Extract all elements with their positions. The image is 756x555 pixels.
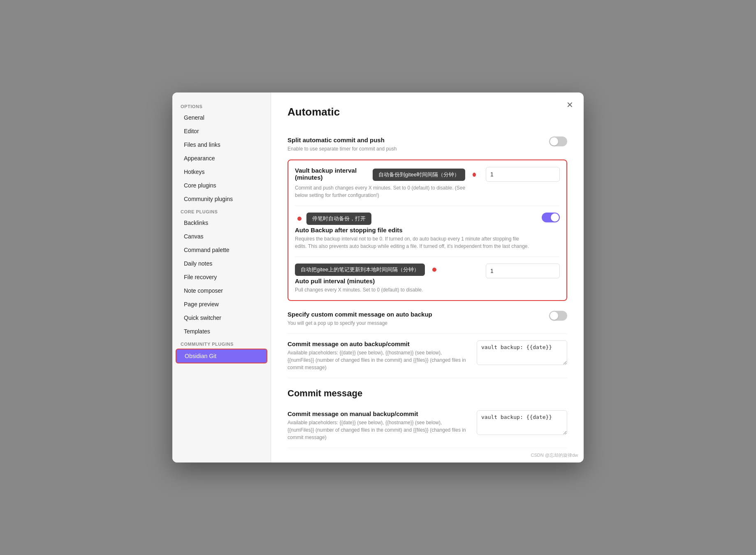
auto-pull-input[interactable] xyxy=(486,264,560,278)
sidebar-item-hotkeys[interactable]: Hotkeys xyxy=(176,165,267,178)
custom-commit-message-row: Specify custom commit message on auto ba… xyxy=(288,304,567,334)
sidebar-item-quick-switcher[interactable]: Quick switcher xyxy=(176,311,267,324)
commit-message-manual-name: Commit message on manual backup/commit xyxy=(288,410,467,417)
auto-pull-name: Auto pull interval (minutes) xyxy=(295,278,476,284)
commit-message-manual-desc: Available placeholders: {{date}} (see be… xyxy=(288,419,467,441)
close-button[interactable]: ✕ xyxy=(564,99,575,111)
vault-backup-control xyxy=(486,167,560,182)
sidebar-item-daily-notes[interactable]: Daily notes xyxy=(176,257,267,270)
auto-backup-toggle[interactable] xyxy=(542,213,560,222)
toggle-knob xyxy=(550,137,558,146)
custom-commit-message-toggle[interactable] xyxy=(549,311,567,321)
vault-backup-info: Vault backup interval (minutes) 自动备份到git… xyxy=(295,167,476,199)
toggle-knob xyxy=(550,312,558,320)
core-plugins-section-label: Core plugins xyxy=(172,206,271,216)
red-box-section: Vault backup interval (minutes) 自动备份到git… xyxy=(288,160,567,301)
vault-backup-desc: Commit and push changes every X minutes.… xyxy=(295,184,476,199)
sidebar-item-core-plugins[interactable]: Core plugins xyxy=(176,179,267,192)
auto-pull-dot xyxy=(432,268,436,272)
settings-modal: Options General Editor Files and links A… xyxy=(172,92,584,462)
sidebar-item-backlinks[interactable]: Backlinks xyxy=(176,216,267,229)
watermark: CSDN @忘却的旋律dw xyxy=(531,452,578,458)
sidebar-item-file-recovery[interactable]: File recovery xyxy=(176,271,267,284)
auto-backup-info: 停笔时自动备份，打开 Auto Backup after stopping fi… xyxy=(295,213,532,250)
sidebar-item-page-preview[interactable]: Page preview xyxy=(176,298,267,311)
commit-message-heading: Commit message xyxy=(288,388,567,399)
auto-backup-name: Auto Backup after stopping file edits xyxy=(295,227,532,234)
vault-backup-dot xyxy=(473,173,476,177)
sidebar-item-general[interactable]: General xyxy=(176,111,267,124)
auto-backup-dot xyxy=(297,217,301,221)
vault-backup-interval-row: Vault backup interval (minutes) 自动备份到git… xyxy=(295,160,560,206)
sidebar-item-templates[interactable]: Templates xyxy=(176,325,267,338)
split-commit-push-info: Split automatic commit and push Enable t… xyxy=(288,136,539,153)
auto-backup-desc: Requires the backup interval not to be 0… xyxy=(295,235,532,250)
vault-backup-tooltip: 自动备份到gitee时间间隔（分钟） xyxy=(373,169,465,181)
commit-message-manual-row: Commit message on manual backup/commit A… xyxy=(288,404,567,448)
sidebar-item-obsidian-git[interactable]: Obsidian Git xyxy=(176,349,267,363)
sidebar-item-editor[interactable]: Editor xyxy=(176,125,267,138)
custom-commit-message-info: Specify custom commit message on auto ba… xyxy=(288,311,539,327)
commit-message-manual-input[interactable]: vault backup: {{date}} xyxy=(477,410,567,435)
auto-pull-control xyxy=(486,264,560,278)
toggle-knob xyxy=(551,213,559,222)
custom-commit-message-control xyxy=(549,311,567,321)
auto-pull-info: 自动把gitee上的笔记更新到本地时间间隔（分钟） Auto pull inte… xyxy=(295,264,476,294)
sidebar-item-files-links[interactable]: Files and links xyxy=(176,138,267,151)
auto-backup-row: 停笔时自动备份，打开 Auto Backup after stopping fi… xyxy=(295,206,560,257)
sidebar-item-community-plugins[interactable]: Community plugins xyxy=(176,192,267,206)
commit-message-auto-desc: Available placeholders: {{date}} (see be… xyxy=(288,349,467,371)
options-section-label: Options xyxy=(172,101,271,111)
custom-commit-message-name: Specify custom commit message on auto ba… xyxy=(288,311,539,318)
commit-message-manual-info: Commit message on manual backup/commit A… xyxy=(288,410,467,441)
sidebar-item-command-palette[interactable]: Command palette xyxy=(176,243,267,257)
main-content: ✕ Automatic Split automatic commit and p… xyxy=(271,92,584,462)
auto-pull-interval-row: 自动把gitee上的笔记更新到本地时间间隔（分钟） Auto pull inte… xyxy=(295,257,560,300)
commit-message-auto-info: Commit message on auto backup/commit Ava… xyxy=(288,340,467,371)
split-commit-push-row: Split automatic commit and push Enable t… xyxy=(288,130,567,160)
custom-commit-message-desc: You will get a pop up to specify your me… xyxy=(288,319,539,327)
commit-message-auto-row: Commit message on auto backup/commit Ava… xyxy=(288,334,567,378)
split-commit-push-name: Split automatic commit and push xyxy=(288,136,539,143)
sidebar: Options General Editor Files and links A… xyxy=(172,92,271,462)
vault-backup-input[interactable] xyxy=(486,167,560,182)
auto-pull-tooltip: 自动把gitee上的笔记更新到本地时间间隔（分钟） xyxy=(295,264,425,276)
auto-pull-desc: Pull changes every X minutes. Set to 0 (… xyxy=(295,286,476,294)
split-commit-push-control xyxy=(549,136,567,146)
sidebar-item-note-composer[interactable]: Note composer xyxy=(176,284,267,297)
community-plugins-section-label: Community plugins xyxy=(172,338,271,348)
auto-backup-tooltip: 停笔时自动备份，打开 xyxy=(306,213,371,225)
commit-message-auto-input[interactable]: vault backup: {{date}} xyxy=(477,340,567,365)
split-commit-push-desc: Enable to use separate timer for commit … xyxy=(288,145,539,153)
commit-message-auto-name: Commit message on auto backup/commit xyxy=(288,340,467,347)
auto-backup-control xyxy=(542,213,560,222)
sidebar-item-canvas[interactable]: Canvas xyxy=(176,230,267,243)
vault-backup-name: Vault backup interval (minutes) xyxy=(295,167,368,181)
commit-message-auto-control: vault backup: {{date}} xyxy=(477,340,567,365)
sidebar-item-appearance[interactable]: Appearance xyxy=(176,152,267,165)
page-title: Automatic xyxy=(288,106,567,118)
commit-message-manual-control: vault backup: {{date}} xyxy=(477,410,567,435)
split-commit-push-toggle[interactable] xyxy=(549,136,567,146)
